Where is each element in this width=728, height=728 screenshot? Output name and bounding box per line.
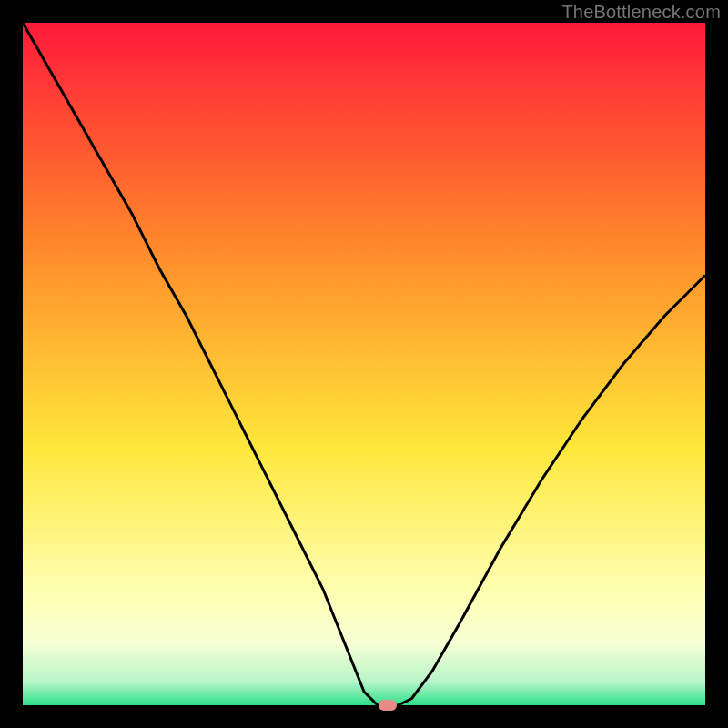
watermark-text: TheBottleneck.com bbox=[561, 2, 721, 23]
figure-root: TheBottleneck.com bbox=[0, 0, 728, 728]
plot-svg bbox=[23, 23, 705, 705]
plot-area bbox=[23, 23, 705, 705]
gradient-background bbox=[23, 23, 705, 705]
optimum-marker bbox=[379, 700, 397, 711]
